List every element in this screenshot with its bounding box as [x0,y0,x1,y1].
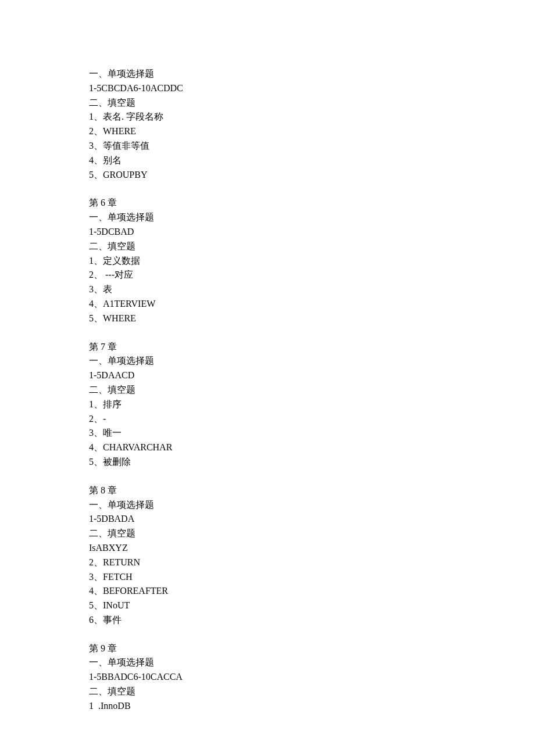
text-line: 6、事件 [89,613,446,628]
text-line: 1-5BBADC6-10CACCA [89,670,446,685]
text-line: 第 9 章 [89,642,446,656]
blank-line [89,326,446,340]
blank-line [89,628,446,642]
text-line: 一、单项选择题 [89,498,446,513]
text-line: 2、WHERE [89,124,446,139]
text-line: 1、定义数据 [89,254,446,268]
text-line: 1 .InnoDB [89,699,446,714]
text-line: 一、单项选择题 [89,655,446,670]
text-line: 2、 ---对应 [89,268,446,282]
text-line: 2、RETURN [89,556,446,570]
text-line: 3、唯一 [89,426,446,440]
text-line: 1-5DCBAD [89,225,446,239]
document-body: 一、单项选择题1-5CBCDA6-10ACDDC二、填空题1、表名. 字段名称2… [89,67,446,714]
text-line: 第 8 章 [89,483,446,498]
text-line: 5、GROUPBY [89,168,446,182]
text-line: 二、填空题 [89,96,446,110]
text-line: 一、单项选择题 [89,67,446,81]
text-line: 1、表名. 字段名称 [89,110,446,124]
text-line: 二、填空题 [89,685,446,699]
text-line: 4、A1TERVIEW [89,297,446,311]
text-line: 1-5DBADA [89,512,446,526]
blank-line [89,182,446,196]
text-line: 5、INoUT [89,599,446,613]
text-line: 2、- [89,412,446,427]
text-line: 4、别名 [89,153,446,168]
text-line: 4、BEFOREAFTER [89,584,446,599]
text-line: 第 6 章 [89,196,446,210]
text-line: 第 7 章 [89,340,446,354]
text-line: 4、CHARVARCHAR [89,440,446,455]
text-line: 1-5CBCDA6-10ACDDC [89,81,446,96]
blank-line [89,470,446,483]
text-line: 3、FETCH [89,570,446,585]
text-line: 一、单项选择题 [89,210,446,225]
text-line: 3、等值非等值 [89,139,446,153]
text-line: 一、单项选择题 [89,354,446,368]
text-line: IsABXYZ [89,541,446,556]
text-line: 二、填空题 [89,526,446,541]
text-line: 5、被删除 [89,455,446,470]
text-line: 二、填空题 [89,383,446,397]
text-line: 5、WHERE [89,311,446,326]
text-line: 3、表 [89,282,446,297]
text-line: 1-5DAACD [89,368,446,383]
text-line: 二、填空题 [89,239,446,254]
text-line: 1、排序 [89,397,446,412]
